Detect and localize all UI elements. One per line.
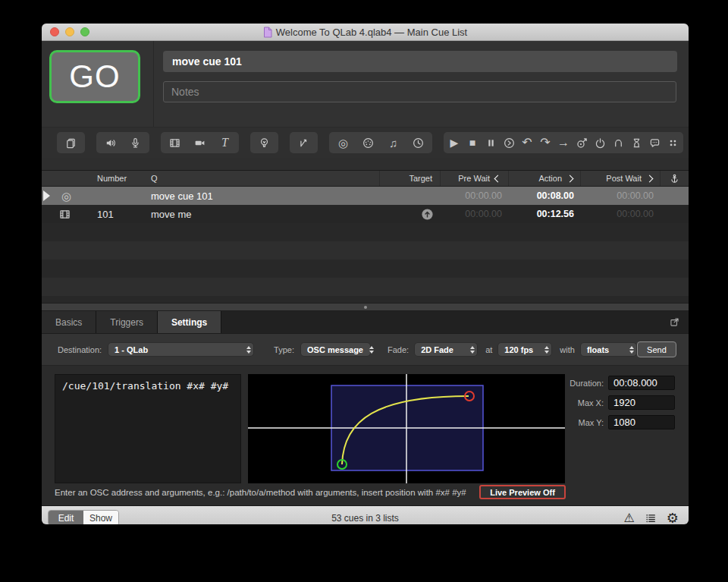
cue-target <box>379 205 440 223</box>
toolbar-group: ▶■↶↷→ <box>444 132 683 153</box>
post-wait-value: 00:00.00 <box>580 187 660 205</box>
cue-name: move cue 101 <box>125 187 379 205</box>
tab-basics[interactable]: Basics <box>42 311 96 333</box>
light-cue-button[interactable] <box>252 133 277 153</box>
send-button[interactable]: Send <box>637 341 676 357</box>
cue-row[interactable]: 101move me00:00.0000:12.5600:00.00 <box>42 205 689 223</box>
empty-row-stripe <box>42 241 689 260</box>
go-button[interactable]: GO <box>49 50 140 103</box>
minimize-button[interactable] <box>65 27 74 36</box>
arm-cue-button[interactable] <box>609 133 627 153</box>
start-cue-button[interactable]: ▶ <box>445 133 463 153</box>
chevron-right-icon[interactable] <box>646 175 654 182</box>
mic-cue-button[interactable] <box>123 133 148 153</box>
column-header-target[interactable]: Target <box>379 171 440 186</box>
empty-row-stripe <box>42 278 689 296</box>
live-preview-button[interactable]: Live Preview Off <box>479 485 566 499</box>
pre-wait-value: 00:00.00 <box>440 187 508 205</box>
osc-fade-panel: /cue/101/translation #x# #y# Duration: 0… <box>42 366 689 505</box>
memo-cue-button[interactable] <box>645 133 664 153</box>
column-header-number[interactable]: Number <box>76 171 125 186</box>
titlebar[interactable]: Welcome To QLab 4.qlab4 — Main Cue List <box>42 24 689 41</box>
column-header-post-wait[interactable]: Post Wait <box>580 171 660 186</box>
stop-cue-button[interactable]: ■ <box>463 133 482 153</box>
cue-lists-button[interactable] <box>645 512 657 524</box>
close-button[interactable] <box>50 27 59 36</box>
show-mode-button[interactable]: Show <box>83 511 118 524</box>
target-cue-icon <box>576 137 588 149</box>
osc-hint-text: Enter an OSC address and arguments, e.g.… <box>55 488 466 497</box>
popout-icon[interactable] <box>669 316 680 328</box>
chevron-left-icon[interactable] <box>494 175 502 182</box>
text-cue-button[interactable]: T <box>212 133 237 153</box>
devamp-cue-icon: ↷ <box>540 137 550 149</box>
max-x-label: Max X: <box>578 398 604 407</box>
target-cue-button[interactable] <box>573 133 591 153</box>
trigger-cell <box>660 205 689 223</box>
column-header-status[interactable] <box>42 171 76 186</box>
zoom-button[interactable] <box>80 27 89 36</box>
midi-file-cue-button[interactable]: ♫ <box>381 133 406 153</box>
start-cue-icon: ▶ <box>450 137 459 148</box>
midi-file-cue-icon: ♫ <box>389 137 397 149</box>
disarm-cue-button[interactable] <box>591 133 609 153</box>
at-label: at <box>485 345 492 354</box>
empty-list-area <box>42 223 689 296</box>
max-x-input[interactable]: 1920 <box>608 395 675 410</box>
wait-cue-icon <box>630 137 643 149</box>
footer-bar: Edit Show 53 cues in 3 lists ⚠ ⚙ <box>42 505 689 524</box>
cue-name-input[interactable]: move cue 101 <box>163 51 677 72</box>
camera-cue-button[interactable] <box>187 133 212 153</box>
fps-select[interactable]: 120 fps <box>497 342 552 357</box>
cue-target <box>379 187 440 205</box>
group-cue-icon <box>64 137 77 149</box>
tab-triggers[interactable]: Triggers <box>96 311 158 333</box>
cue-status-cell <box>42 205 76 223</box>
script-cue-button[interactable] <box>664 133 682 153</box>
fade-cue-button[interactable] <box>291 133 316 153</box>
notes-input[interactable] <box>163 81 676 102</box>
column-header-trigger[interactable] <box>660 171 689 186</box>
type-select[interactable]: OSC message <box>300 342 371 357</box>
fade-select[interactable]: 2D Fade <box>414 342 478 357</box>
chevron-right-icon[interactable] <box>566 175 574 182</box>
destination-select[interactable]: 1 - QLab <box>108 342 254 357</box>
network-cue-button[interactable]: ◎ <box>331 133 356 153</box>
stepper-icon <box>629 346 634 354</box>
pause-cue-icon <box>485 137 497 149</box>
cue-row[interactable]: ◎move cue 10100:00.0000:08.0000:00.00 <box>42 187 689 205</box>
duration-input[interactable]: 00:08.000 <box>608 376 675 390</box>
timecode-cue-button[interactable] <box>406 133 431 153</box>
stepper-icon <box>246 346 251 354</box>
video-cue-button[interactable] <box>162 133 187 153</box>
osc-message-input[interactable]: /cue/101/translation #x# #y# <box>55 374 241 483</box>
tab-settings[interactable]: Settings <box>158 311 221 333</box>
reset-cue-button[interactable]: ↶ <box>518 133 536 153</box>
goto-cue-button[interactable]: → <box>554 133 573 153</box>
pause-cue-button[interactable] <box>482 133 500 153</box>
type-label: Type: <box>274 345 294 354</box>
group-cue-button[interactable] <box>58 133 83 153</box>
empty-row-stripe <box>42 260 689 278</box>
disarm-cue-icon <box>594 137 607 149</box>
max-y-input[interactable]: 1080 <box>608 415 675 429</box>
settings-button[interactable]: ⚙ <box>667 511 679 525</box>
stepper-icon <box>369 346 374 354</box>
fade-curve-canvas[interactable] <box>248 374 565 483</box>
column-header-q[interactable]: Q <box>125 171 379 186</box>
column-header-pre-wait[interactable]: Pre Wait <box>440 171 508 186</box>
qlab-window: Welcome To QLab 4.qlab4 — Main Cue List … <box>42 24 689 524</box>
splitter-handle[interactable] <box>42 303 689 311</box>
timecode-cue-icon <box>412 137 425 149</box>
arrow-up-circle-icon <box>421 208 434 221</box>
audio-cue-button[interactable] <box>98 133 123 153</box>
devamp-cue-button[interactable]: ↷ <box>536 133 554 153</box>
wait-cue-button[interactable] <box>627 133 645 153</box>
warnings-button[interactable]: ⚠ <box>624 512 635 524</box>
column-header-action[interactable]: Action <box>508 171 580 186</box>
midi-cue-button[interactable] <box>356 133 381 153</box>
reset-cue-icon: ↶ <box>522 137 532 149</box>
load-cue-button[interactable] <box>500 133 518 153</box>
edit-mode-button[interactable]: Edit <box>49 511 83 524</box>
datatype-select[interactable]: floats <box>580 342 637 357</box>
